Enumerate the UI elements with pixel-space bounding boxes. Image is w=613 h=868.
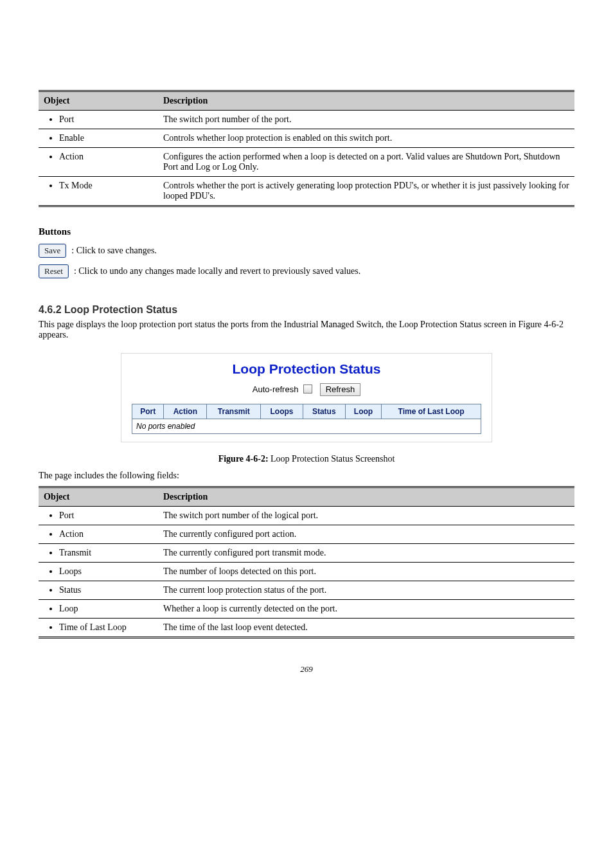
refresh-button[interactable]: Refresh — [320, 383, 361, 396]
figure-title: Loop Protection Status — [127, 361, 486, 377]
t2-th-object: Object — [39, 487, 158, 507]
t1-r3-desc: Controls whether the port is actively ge… — [158, 177, 574, 206]
col-status: Status — [303, 404, 345, 419]
page-number: 269 — [39, 664, 574, 674]
empty-row: No ports enabled — [132, 419, 481, 434]
t1-r2-desc: Configures the action performed when a l… — [158, 148, 574, 177]
t2-r0-desc: The switch port number of the logical po… — [158, 507, 574, 525]
col-loops: Loops — [261, 404, 303, 419]
section-intro-post: appears. — [39, 330, 68, 339]
figure-caption: Figure 4-6-2: Loop Protection Status Scr… — [39, 454, 574, 464]
status-desc-table: Object Description Port The switch port … — [39, 486, 574, 638]
autorefresh-checkbox[interactable] — [303, 384, 312, 393]
section-intro-pre: This page displays the loop protection p… — [39, 320, 519, 329]
t2-r1-desc: The currently configured port action. — [158, 525, 574, 544]
reset-button-desc: : Click to undo any changes made locally… — [74, 266, 360, 276]
t2-r3-desc: The number of loops detected on this por… — [158, 563, 574, 581]
t1-r2-obj: Action — [59, 152, 153, 162]
t2-r4-desc: The current loop protection status of th… — [158, 581, 574, 600]
figure-caption-num: Figure 4-6-2: — [218, 454, 269, 464]
t2-th-description: Description — [158, 487, 574, 507]
figure-caption-text: Loop Protection Status Screenshot — [269, 454, 395, 464]
t2-r6-desc: The time of the last loop event detected… — [158, 619, 574, 638]
section-intro: This page displays the loop protection p… — [39, 320, 574, 340]
reset-button[interactable]: Reset — [39, 264, 69, 278]
section-intro-link: Figure 4-6-2 — [519, 320, 564, 329]
t1-r0-obj: Port — [59, 114, 153, 125]
col-time: Time of Last Loop — [382, 404, 481, 419]
t2-r4-obj: Status — [59, 585, 153, 595]
t2-r0-obj: Port — [59, 511, 153, 521]
buttons-heading: Buttons — [39, 226, 574, 237]
save-button[interactable]: Save — [39, 244, 66, 258]
col-transmit: Transmit — [207, 404, 261, 419]
t2-r2-obj: Transmit — [59, 548, 153, 558]
t2-r6-obj: Time of Last Loop — [59, 622, 153, 633]
t2-r1-obj: Action — [59, 529, 153, 539]
t1-r0-desc: The switch port number of the port. — [158, 111, 574, 129]
status-figure: Loop Protection Status Auto-refresh Refr… — [121, 353, 492, 442]
autorefresh-label: Auto-refresh — [253, 384, 299, 394]
t1-r1-obj: Enable — [59, 133, 153, 143]
t1-r3-obj: Tx Mode — [59, 181, 153, 191]
t2-r2-desc: The currently configured port transmit m… — [158, 544, 574, 563]
section-heading: 4.6.2 Loop Protection Status — [39, 304, 574, 316]
t2-r3-obj: Loops — [59, 566, 153, 577]
t2-r5-desc: Whether a loop is currently detected on … — [158, 600, 574, 619]
t1-r1-desc: Controls whether loop protection is enab… — [158, 129, 574, 148]
save-button-desc: : Click to save changes. — [71, 246, 157, 256]
status-table: Port Action Transmit Loops Status Loop T… — [132, 404, 481, 434]
col-port: Port — [132, 404, 164, 419]
col-action: Action — [164, 404, 207, 419]
port-config-desc-table: Object Description Port The switch port … — [39, 90, 574, 207]
t2-r5-obj: Loop — [59, 604, 153, 614]
th-object: Object — [44, 96, 69, 105]
table2-intro: The page includes the following fields: — [39, 471, 574, 481]
col-loop: Loop — [345, 404, 381, 419]
th-description: Description — [163, 96, 208, 105]
